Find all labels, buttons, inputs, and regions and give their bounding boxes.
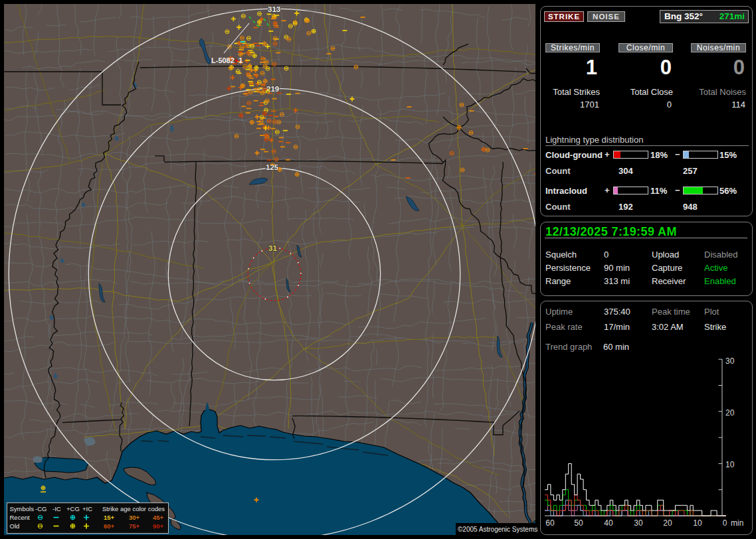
svg-text:60: 60 [545, 518, 555, 528]
svg-text:40: 40 [604, 518, 613, 528]
svg-text:+IC: +IC [82, 505, 92, 512]
svg-text:30: 30 [634, 518, 643, 528]
svg-text:Strike age color codes: Strike age color codes [102, 505, 165, 512]
svg-text:-CG: -CG [35, 505, 47, 512]
svg-text:60+: 60+ [104, 522, 115, 530]
svg-text:50: 50 [574, 518, 583, 528]
svg-text:20: 20 [663, 518, 672, 528]
svg-text:+CG: +CG [66, 505, 80, 512]
svg-text:20: 20 [725, 408, 735, 418]
svg-text:Old: Old [10, 522, 20, 530]
svg-text:15+: 15+ [104, 514, 115, 521]
svg-text:min: min [731, 518, 743, 528]
svg-text:75+: 75+ [129, 522, 140, 530]
svg-text:10: 10 [725, 460, 735, 469]
svg-text:90+: 90+ [153, 522, 164, 530]
svg-text:30: 30 [725, 356, 735, 366]
svg-text:45+: 45+ [153, 514, 164, 521]
svg-text:0: 0 [723, 518, 727, 528]
svg-text:30+: 30+ [129, 514, 140, 521]
svg-text:-IC: -IC [52, 505, 61, 512]
svg-text:10: 10 [693, 518, 702, 528]
svg-text:Recent: Recent [10, 514, 30, 521]
svg-text:Symbols: Symbols [10, 505, 35, 512]
